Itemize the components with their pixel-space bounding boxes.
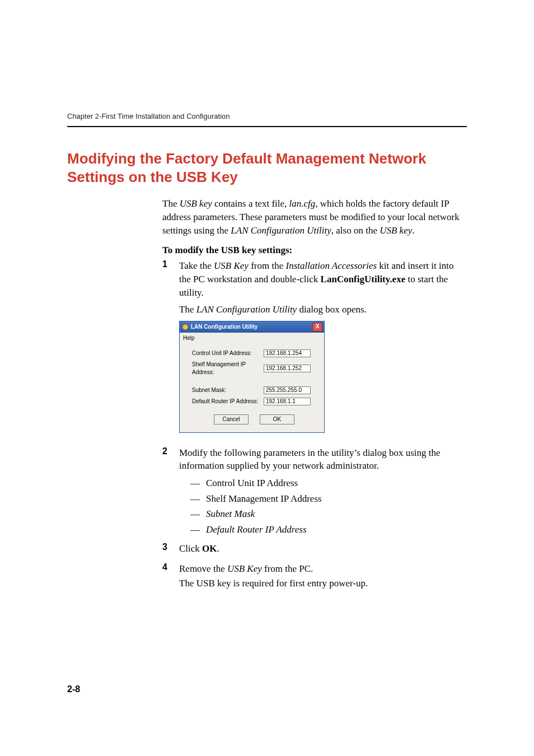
text: contains a text file, <box>212 198 289 209</box>
text: dialog box opens. <box>297 304 367 315</box>
label-shelf-mgmt: Shelf Management IP Address: <box>192 361 264 376</box>
text: from the <box>249 260 286 271</box>
cancel-button[interactable]: Cancel <box>214 414 249 424</box>
text: Shelf Management IP Address <box>206 493 322 504</box>
step-1: 1 Take the USB Key from the Installation… <box>162 259 467 442</box>
term-usb-key: USB key <box>180 198 212 209</box>
dialog-body: Control Unit IP Address: Shelf Managemen… <box>180 344 324 432</box>
page: Chapter 2-First Time Installation and Co… <box>0 0 534 756</box>
text: . <box>412 225 414 236</box>
subitem-router: Default Router IP Address <box>193 522 467 537</box>
step-number: 1 <box>162 259 179 269</box>
text: Control Unit IP Address <box>206 478 298 488</box>
text: , also on the <box>331 225 380 236</box>
dialog-title-left: LAN Configuration Utility <box>182 323 257 331</box>
dialog-buttons: Cancel OK <box>192 409 316 427</box>
ok-button[interactable]: OK <box>260 414 294 424</box>
input-subnet[interactable] <box>264 386 311 394</box>
row-shelf-mgmt: Shelf Management IP Address: <box>192 361 316 376</box>
row-control-unit: Control Unit IP Address: <box>192 349 316 357</box>
intro-paragraph: The USB key contains a text file, lan.cf… <box>162 197 467 237</box>
step-body: Click OK. <box>179 542 219 559</box>
menu-help[interactable]: Help <box>180 333 324 344</box>
subitem-cu: Control Unit IP Address <box>193 476 467 491</box>
body-column: The USB key contains a text file, lan.cf… <box>162 197 467 594</box>
text: Remove the <box>179 563 227 574</box>
text: Take the <box>179 260 214 271</box>
term-lan-cfg: lan.cfg <box>289 198 316 209</box>
subitem-subnet: Subnet Mask <box>193 507 467 521</box>
term-installation-accessories: Installation Accessories <box>285 260 377 271</box>
row-subnet: Subnet Mask: <box>192 386 316 394</box>
procedure-heading: To modify the USB key settings: <box>162 245 467 256</box>
step2-sublist: Control Unit IP Address Shelf Management… <box>193 476 467 536</box>
gap <box>192 380 316 386</box>
ok-label: OK <box>202 543 217 554</box>
text: Click <box>179 543 202 554</box>
step-body: Take the USB Key from the Installation A… <box>179 259 467 442</box>
running-head: Chapter 2-First Time Installation and Co… <box>67 112 467 120</box>
term-usb-key: USB Key <box>227 563 262 574</box>
dialog-titlebar: LAN Configuration Utility X <box>180 321 324 333</box>
step-number: 4 <box>162 562 179 572</box>
page-number: 2-8 <box>67 684 80 694</box>
term-usb-key: USB key <box>380 225 412 236</box>
label-control-unit: Control Unit IP Address: <box>192 349 264 357</box>
step-3: 3 Click OK. <box>162 542 467 559</box>
term-lan-config-utility: LAN Configuration Utility <box>231 225 331 236</box>
header-rule <box>67 126 467 127</box>
step-2: 2 Modify the following parameters in the… <box>162 446 467 539</box>
term-usb-key: USB Key <box>214 260 249 271</box>
step-body: Remove the USB Key from the PC. The USB … <box>179 562 368 594</box>
text: The USB key is required for first entry … <box>179 577 368 590</box>
text: . <box>217 543 219 554</box>
text: Subnet Mask <box>206 508 255 519</box>
step-4: 4 Remove the USB Key from the PC. The US… <box>162 562 467 594</box>
step-number: 3 <box>162 542 179 552</box>
label-subnet: Subnet Mask: <box>192 386 264 394</box>
input-control-unit[interactable] <box>264 349 311 357</box>
step-body: Modify the following parameters in the u… <box>179 446 467 539</box>
close-button[interactable]: X <box>312 323 322 332</box>
text: Default Router IP Address <box>206 524 307 535</box>
dialog-title-text: LAN Configuration Utility <box>191 323 257 331</box>
row-router: Default Router IP Address: <box>192 398 316 405</box>
text: The <box>179 304 196 315</box>
filename: LanConfigUtility.exe <box>321 274 406 284</box>
subitem-shelf: Shelf Management IP Address <box>193 492 467 506</box>
lan-config-dialog: LAN Configuration Utility X Help Control… <box>179 321 325 433</box>
step-number: 2 <box>162 446 179 456</box>
section-title: Modifying the Factory Default Management… <box>67 150 467 186</box>
text: Modify the following parameters in the u… <box>179 446 467 473</box>
app-icon <box>182 324 189 330</box>
input-shelf-mgmt[interactable] <box>264 365 311 372</box>
term-lan-config-utility: LAN Configuration Utility <box>196 304 297 315</box>
input-router[interactable] <box>264 398 311 405</box>
label-router: Default Router IP Address: <box>192 398 264 405</box>
steps-list: 1 Take the USB Key from the Installation… <box>162 259 467 593</box>
text: from the PC. <box>262 563 313 574</box>
svg-point-0 <box>182 324 188 330</box>
text: The <box>162 198 180 209</box>
